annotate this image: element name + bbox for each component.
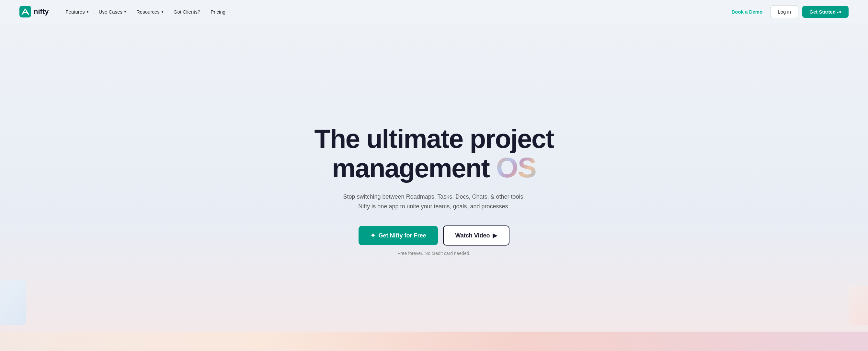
- navbar-right: Book a Demo Log in Get Started ->: [727, 5, 848, 18]
- nav-link-got-clients[interactable]: Got Clients?: [170, 6, 205, 17]
- navbar-left: nifty Features ▾ Use Cases ▾ Resources ▾: [20, 6, 229, 17]
- nav-item-use-cases[interactable]: Use Cases ▾: [95, 6, 130, 17]
- chevron-down-icon: ▾: [124, 10, 126, 13]
- nav-link-resources[interactable]: Resources ▾: [132, 6, 167, 17]
- hero-buttons: ✦ Get Nifty for Free Watch Video ▶: [359, 225, 509, 246]
- logo-text: nifty: [34, 7, 49, 16]
- hero-title-line1: The ultimate project: [314, 124, 554, 153]
- sparkle-icon: ✦: [370, 232, 376, 239]
- hero-section: The ultimate project management OS Stop …: [0, 23, 868, 351]
- chevron-down-icon: ▾: [162, 10, 163, 13]
- nav-link-use-cases[interactable]: Use Cases ▾: [95, 6, 130, 17]
- book-demo-link[interactable]: Book a Demo: [727, 6, 766, 17]
- get-nifty-free-button[interactable]: ✦ Get Nifty for Free: [359, 226, 438, 245]
- chevron-down-icon: ▾: [87, 10, 88, 13]
- nav-link-features[interactable]: Features ▾: [62, 6, 92, 17]
- nav-item-features[interactable]: Features ▾: [62, 6, 92, 17]
- nifty-logo-icon: [20, 6, 31, 17]
- hero-note: Free forever. No credit card needed.: [398, 251, 471, 256]
- play-icon: ▶: [493, 232, 497, 239]
- nav-link-pricing[interactable]: Pricing: [207, 6, 229, 17]
- side-decoration-right: [848, 286, 868, 325]
- bottom-gradient-strip: [0, 331, 868, 351]
- hero-title-line2: management: [332, 153, 489, 183]
- login-button[interactable]: Log in: [770, 5, 798, 18]
- nav-links: Features ▾ Use Cases ▾ Resources ▾ Got C…: [62, 6, 229, 17]
- hero-title-os: OS: [496, 153, 536, 182]
- hero-subtitle: Stop switching between Roadmaps, Tasks, …: [343, 192, 525, 211]
- svg-rect-0: [20, 6, 31, 17]
- nav-item-got-clients[interactable]: Got Clients?: [170, 6, 205, 17]
- get-started-button[interactable]: Get Started ->: [802, 6, 848, 18]
- watch-video-button[interactable]: Watch Video ▶: [443, 225, 509, 246]
- navbar: nifty Features ▾ Use Cases ▾ Resources ▾: [0, 0, 868, 23]
- hero-title: The ultimate project management OS: [314, 125, 554, 182]
- nav-item-pricing[interactable]: Pricing: [207, 6, 229, 17]
- nav-item-resources[interactable]: Resources ▾: [132, 6, 167, 17]
- side-decoration-left: [0, 280, 26, 325]
- logo[interactable]: nifty: [20, 6, 49, 17]
